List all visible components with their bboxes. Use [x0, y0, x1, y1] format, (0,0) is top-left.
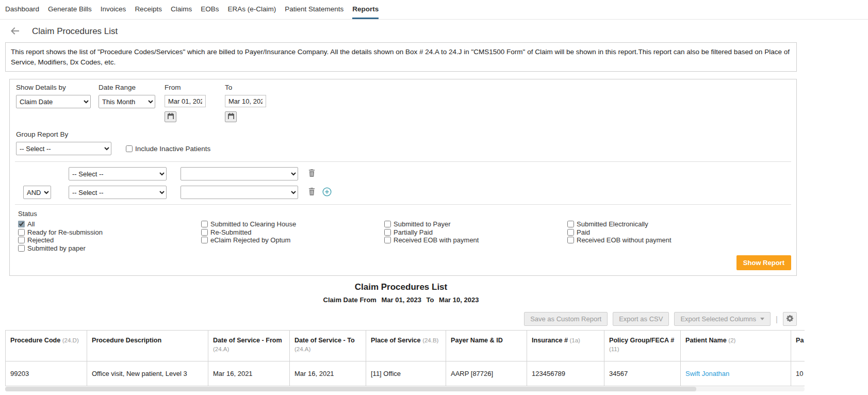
- group-report-by-select[interactable]: -- Select --: [16, 142, 111, 155]
- show-details-by-select[interactable]: Claim Date: [16, 95, 91, 108]
- checkbox[interactable]: [567, 221, 574, 227]
- cell-dos-to: Mar 16, 2021: [290, 361, 366, 386]
- report-table: Procedure Code (24.D) Procedure Descript…: [5, 330, 805, 386]
- back-button[interactable]: [7, 25, 23, 38]
- date-range-group: Date Range This Month: [99, 84, 165, 122]
- checkbox[interactable]: [18, 237, 25, 243]
- checkbox[interactable]: [201, 229, 208, 236]
- add-condition-button[interactable]: [322, 187, 332, 198]
- status-checkbox-re-submitted[interactable]: Re-Submitted: [201, 228, 384, 237]
- show-details-by-group: Show Details by Claim Date: [16, 84, 99, 122]
- status-checkbox-all[interactable]: All: [18, 220, 201, 228]
- subtitle-to-label: To: [427, 296, 434, 304]
- col-title: Procedure Code: [10, 337, 60, 344]
- condition-value-select-2[interactable]: [181, 186, 298, 199]
- checkbox[interactable]: [201, 237, 208, 243]
- nav-item-eobs[interactable]: EOBs: [201, 5, 219, 19]
- nav-item-patient-statements[interactable]: Patient Statements: [285, 5, 343, 19]
- col-sub: (11): [609, 346, 619, 352]
- report-subtitle: Claim Date From Mar 01, 2023 To Mar 10, …: [5, 296, 797, 304]
- checkbox[interactable]: [567, 229, 574, 236]
- nav-item-dashboard[interactable]: Dashboard: [5, 5, 39, 19]
- nav-item-eras-eclaim[interactable]: ERAs (e-Claim): [227, 5, 276, 19]
- status-checkbox-submitted-to-payer[interactable]: Submitted to Payer: [384, 220, 567, 228]
- status-checkbox-received-eob-without-payment[interactable]: Received EOB without payment: [567, 236, 750, 244]
- button-label: Export Selected Columns: [680, 315, 756, 323]
- status-column-1: All Ready for Re-submission Rejected Sub…: [18, 220, 201, 252]
- cell-place-of-service: [11] Office: [366, 361, 446, 386]
- date-from-label: From: [165, 84, 225, 91]
- nav-item-invoices[interactable]: Invoices: [101, 5, 126, 19]
- cell-patient-name: Swift Jonathan: [681, 361, 791, 386]
- status-column-4: Submitted Electronically Paid Received E…: [567, 220, 750, 252]
- report-description: This report shows the list of "Procedure…: [5, 42, 797, 72]
- condition-logic-select[interactable]: AND: [23, 186, 51, 199]
- col-header-policy-group-feca: Policy Group/FECA # (11): [604, 331, 681, 361]
- checkbox-label: Submitted by paper: [27, 244, 86, 252]
- report-table-container: Procedure Code (24.D) Procedure Descript…: [5, 330, 805, 386]
- status-checkbox-partially-paid[interactable]: Partially Paid: [384, 228, 567, 237]
- cell-procedure-description: Office visit, New patient, Level 3: [87, 361, 208, 386]
- horizontal-scrollbar[interactable]: [5, 387, 805, 391]
- col-header-procedure-code: Procedure Code (24.D): [6, 331, 87, 361]
- status-checkbox-eclaim-rejected-by-optum[interactable]: eClaim Rejected by Optum: [201, 236, 384, 244]
- checkbox[interactable]: [384, 221, 391, 227]
- report-header: Claim Procedures List Claim Date From Ma…: [5, 282, 797, 304]
- col-header-patient-name: Patient Name (2): [681, 331, 791, 361]
- cell-dos-from: Mar 16, 2021: [208, 361, 290, 386]
- app-root: Dashboard Generate Bills Invoices Receip…: [0, 0, 868, 391]
- condition-value-select-1[interactable]: [181, 167, 298, 180]
- nav-item-generate-bills[interactable]: Generate Bills: [48, 5, 92, 19]
- status-checkbox-submitted-to-clearing-house[interactable]: Submitted to Clearing House: [201, 220, 384, 228]
- delete-condition-button-2[interactable]: [308, 188, 315, 197]
- patient-name-link[interactable]: Swift Jonathan: [685, 370, 729, 377]
- status-checkbox-rejected[interactable]: Rejected: [18, 236, 201, 244]
- checkbox[interactable]: [18, 245, 25, 252]
- status-checkbox-paid[interactable]: Paid: [567, 228, 750, 237]
- page-title: Claim Procedures List: [32, 26, 118, 37]
- col-title: Place of Service: [371, 337, 421, 344]
- nav-item-claims[interactable]: Claims: [171, 5, 192, 19]
- status-checkbox-submitted-by-paper[interactable]: Submitted by paper: [18, 244, 201, 253]
- trash-icon: [308, 188, 315, 197]
- date-from-calendar-button[interactable]: [165, 111, 176, 122]
- calendar-icon: [168, 113, 174, 121]
- status-checkbox-received-eob-with-payment[interactable]: Received EOB with payment: [384, 236, 567, 244]
- status-checkbox-ready-for-resubmission[interactable]: Ready for Re-submission: [18, 228, 201, 237]
- checkbox[interactable]: [18, 229, 25, 236]
- calendar-icon: [228, 113, 234, 121]
- date-range-select[interactable]: This Month: [99, 95, 155, 108]
- status-checkbox-submitted-electronically[interactable]: Submitted Electronically: [567, 220, 750, 228]
- scrollbar-thumb[interactable]: [5, 387, 696, 391]
- export-selected-columns-button[interactable]: Export Selected Columns: [674, 312, 771, 326]
- checkbox[interactable]: [18, 221, 25, 227]
- button-label: Save as Custom Report: [530, 315, 601, 323]
- nav-item-reports[interactable]: Reports: [352, 5, 379, 19]
- checkbox[interactable]: [126, 145, 133, 152]
- column-settings-button[interactable]: [783, 312, 797, 326]
- date-to-label: To: [225, 84, 266, 91]
- include-inactive-patients-checkbox[interactable]: Include Inactive Patients: [126, 145, 210, 153]
- date-from-input[interactable]: [165, 95, 206, 107]
- col-sub: (24.A): [294, 346, 310, 352]
- checkbox[interactable]: [384, 229, 391, 236]
- date-to-input[interactable]: [225, 95, 266, 107]
- delete-condition-button-1[interactable]: [308, 169, 315, 178]
- checkbox-label: All: [27, 220, 35, 228]
- col-sub: (2): [728, 337, 735, 343]
- show-report-button[interactable]: Show Report: [736, 255, 791, 270]
- export-as-csv-button[interactable]: Export as CSV: [613, 312, 669, 326]
- save-as-custom-report-button[interactable]: Save as Custom Report: [524, 312, 608, 326]
- cell-payer-name-id: AARP [87726]: [446, 361, 527, 386]
- checkbox[interactable]: [567, 237, 574, 243]
- checkbox[interactable]: [201, 221, 208, 227]
- checkbox-label: Paid: [577, 228, 590, 236]
- condition-field-select-2[interactable]: -- Select --: [69, 186, 167, 199]
- checkbox[interactable]: [384, 237, 391, 243]
- condition-field-select-1[interactable]: -- Select --: [69, 167, 167, 180]
- nav-item-receipts[interactable]: Receipts: [135, 5, 162, 19]
- col-header-payer-name-id: Payer Name & ID: [446, 331, 527, 361]
- cell-procedure-code: 99203: [6, 361, 87, 386]
- col-header-truncated: Pa: [791, 331, 805, 361]
- date-to-calendar-button[interactable]: [225, 111, 237, 122]
